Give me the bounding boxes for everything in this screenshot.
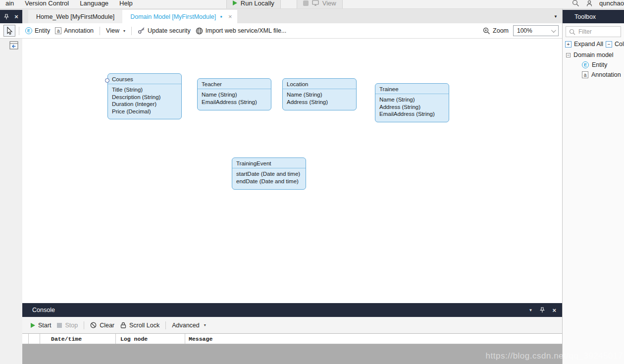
separator (165, 321, 166, 329)
tree-node-domain-model[interactable]: − Domain model (563, 50, 624, 60)
tree-node-label: Domain model (573, 52, 614, 58)
entity-attribute: Price (Decimal) (112, 108, 177, 115)
annotation-button-label: Annotation (64, 27, 94, 34)
entity-name: TrainingEvent (232, 158, 306, 168)
tree-item-annotation[interactable]: a Annotation (563, 70, 624, 80)
close-icon[interactable]: × (228, 13, 232, 20)
scroll-lock-label: Scroll Lock (129, 322, 159, 329)
entity-training-event[interactable]: TrainingEvent startDate (Date and time) … (232, 157, 306, 190)
monitor-icon (312, 0, 319, 6)
update-security-button[interactable]: Update security (135, 26, 193, 36)
log-col-datetime: Date/time (40, 334, 116, 344)
search-icon[interactable] (572, 0, 579, 7)
panel-menu-chevron-icon[interactable]: ▼ (528, 308, 532, 312)
console-toolbar: Start Stop Clear (22, 317, 562, 333)
separator (131, 27, 132, 35)
entity-courses[interactable]: Courses Title (String) Description (Stri… (107, 73, 182, 119)
play-icon (233, 0, 237, 5)
app-box-icon (303, 0, 309, 6)
zoom-label: Zoom (493, 27, 509, 34)
add-entity-button[interactable]: E Entity (23, 26, 52, 36)
log-col-icon (22, 334, 29, 344)
entity-attribute: startDate (Date and time) (236, 170, 302, 178)
advanced-menu-button[interactable]: Advanced ▾ (169, 320, 209, 330)
view-menu-label: View (106, 27, 119, 34)
console-header: Console ▼ × (22, 303, 562, 317)
log-col-lognode: Log node (116, 334, 185, 344)
panel-dock-header: × (0, 10, 22, 23)
log-col-level (29, 334, 40, 344)
toolbox-tree: − Domain model E Entity a Annotation (563, 50, 624, 80)
menu-item-language[interactable]: Language (74, 0, 114, 9)
entity-attribute: endDate (Date and time) (236, 178, 302, 185)
modified-indicator: ● (220, 14, 222, 19)
tab-home-web[interactable]: Home_Web [MyFirstModule] (28, 10, 122, 23)
zoom-level-value: 100% (517, 27, 532, 34)
close-icon[interactable]: × (552, 307, 556, 314)
zoom-level-select[interactable]: 100% (513, 25, 559, 36)
stop-label: Stop (65, 322, 78, 329)
menu-item-main[interactable]: ain (0, 0, 19, 9)
entity-attribute: EmailAddress (String) (202, 99, 267, 106)
tab-list-chevron-icon[interactable]: ▼ (554, 14, 558, 19)
menu-item-version-control[interactable]: Version Control (19, 0, 74, 9)
domain-model-canvas[interactable]: Courses Title (String) Description (Stri… (22, 39, 562, 303)
pin-icon[interactable] (540, 307, 545, 313)
toolbox-header: Toolbox (563, 10, 624, 23)
select-tool-button[interactable] (3, 25, 15, 37)
toolbox-actions: + Expand All − Collapse All (563, 39, 624, 50)
import-web-service-label: Import web service/XML file... (206, 27, 286, 34)
entity-attribute: Address (String) (287, 99, 352, 106)
expand-all-button[interactable]: Expand All (574, 41, 603, 48)
console-stop-button[interactable]: Stop (54, 320, 81, 330)
collapse-expander-icon[interactable]: − (566, 53, 571, 57)
tree-item-label: Entity (592, 61, 607, 68)
log-col-message: Message (185, 334, 562, 344)
dockable-view-icon[interactable] (9, 41, 18, 50)
username-label[interactable]: qunchao (599, 0, 624, 7)
close-icon[interactable]: × (14, 13, 18, 20)
entity-attribute: Name (String) (379, 96, 445, 104)
entity-name: Location (283, 79, 356, 89)
view-app-button[interactable]: View (297, 0, 343, 9)
start-label: Start (38, 322, 51, 329)
menu-item-help[interactable]: Help (114, 0, 138, 9)
entity-anchor-handle[interactable] (105, 78, 109, 83)
console-panel: Console ▼ × Start (22, 303, 562, 364)
separator (100, 27, 100, 35)
import-web-service-button[interactable]: Import web service/XML file... (193, 26, 289, 36)
pin-icon[interactable] (4, 14, 9, 20)
entity-attribute: Address (String) (379, 104, 445, 111)
entity-button-label: Entity (35, 27, 50, 34)
entity-attribute: Duration (Integer) (112, 101, 177, 108)
entity-location[interactable]: Location Name (String) Address (String) (282, 78, 357, 110)
security-key-icon (138, 27, 145, 34)
annotation-icon: a (55, 27, 61, 34)
search-icon (569, 29, 575, 35)
entity-attribute: Name (String) (202, 91, 267, 99)
app-window: ain Version Control Language Help Run Lo… (0, 0, 624, 364)
console-clear-button[interactable]: Clear (87, 320, 117, 330)
console-title: Console (32, 307, 55, 313)
menu-bar: ain Version Control Language Help Run Lo… (0, 0, 624, 9)
tree-item-entity[interactable]: E Entity (563, 60, 624, 70)
entity-teacher[interactable]: Teacher Name (String) EmailAddress (Stri… (197, 78, 271, 110)
user-icon[interactable] (586, 0, 592, 6)
advanced-label: Advanced (172, 322, 200, 329)
run-locally-label: Run Locally (241, 0, 274, 7)
tab-strip: × Home_Web [MyFirstModule] Domain Model … (0, 9, 562, 23)
view-menu-button[interactable]: View ▾ (104, 26, 128, 36)
tab-label: Domain Model [MyFirstModule] (130, 13, 216, 20)
run-locally-button[interactable]: Run Locally (226, 0, 281, 9)
tab-domain-model[interactable]: Domain Model [MyFirstModule] ● × (122, 10, 237, 23)
expand-all-icon: + (565, 41, 572, 48)
console-start-button[interactable]: Start (28, 320, 54, 330)
collapse-all-button[interactable]: Collapse All (615, 41, 624, 48)
globe-icon (196, 27, 203, 35)
scroll-lock-button[interactable]: Scroll Lock (117, 320, 162, 330)
filter-input[interactable] (578, 28, 618, 35)
separator (19, 27, 19, 35)
entity-trainee[interactable]: Trainee Name (String) Address (String) E… (375, 83, 449, 122)
entity-attribute: Description (String) (112, 94, 177, 101)
add-annotation-button[interactable]: a Annotation (52, 26, 96, 36)
